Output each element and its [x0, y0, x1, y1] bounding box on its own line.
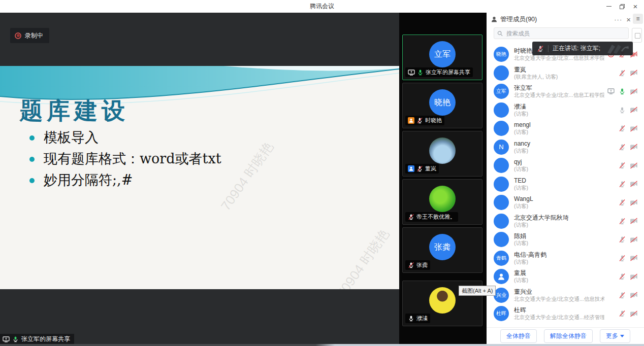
- screenshot-tooltip: 截图(Alt + A): [459, 286, 496, 296]
- mic-muted-icon[interactable]: [619, 70, 626, 77]
- member-row[interactable]: 童晨(访客): [487, 267, 644, 286]
- member-avatar: 兴业: [494, 288, 509, 303]
- member-row[interactable]: TED(访客): [487, 175, 644, 194]
- member-info: 董兴业北京交通大学企业/北京交通...信息技术学院: [514, 288, 604, 302]
- member-role: (访客): [514, 185, 604, 191]
- window-controls: ×: [602, 0, 642, 13]
- member-avatar: [494, 102, 509, 118]
- video-tile[interactable]: 立军张立军的屏幕共享: [402, 34, 482, 80]
- speaking-toast-text: 正在讲话: 张立军;: [553, 44, 600, 53]
- search-input[interactable]: [505, 30, 625, 37]
- panel-more-button[interactable]: ···: [614, 16, 622, 23]
- participant-avatar: 张龚: [429, 234, 456, 260]
- mic-muted-icon[interactable]: [619, 144, 626, 151]
- mic-muted-icon[interactable]: [619, 218, 626, 225]
- camera-muted-icon[interactable]: [630, 236, 638, 243]
- member-panel: 管理成员(90) ··· × ≡ 晓艳时晓艳(主持人, 我)北京交通大学企业/北…: [487, 13, 644, 344]
- camera-muted-icon[interactable]: [630, 273, 638, 280]
- mic-muted-icon: [408, 262, 414, 268]
- member-info: 陈娟(访客): [514, 232, 604, 247]
- participant-avatar: [429, 137, 456, 164]
- camera-muted-icon[interactable]: [630, 70, 638, 76]
- member-role: (访客): [514, 240, 604, 247]
- participant-name: 濮溱: [416, 315, 428, 322]
- member-status-icons: [619, 230, 638, 249]
- minimize-button[interactable]: [602, 0, 616, 13]
- member-row[interactable]: 北京交通大学阮秋琦(访客): [487, 212, 644, 231]
- camera-muted-icon[interactable]: [630, 88, 638, 95]
- mic-on-icon: [12, 336, 19, 342]
- mic-on-icon[interactable]: [619, 107, 626, 114]
- member-role: (访客): [514, 259, 604, 265]
- mic-muted-icon[interactable]: [619, 236, 626, 243]
- camera-muted-icon[interactable]: [630, 255, 638, 261]
- panel-side-button[interactable]: [632, 28, 642, 43]
- mic-muted-icon: [408, 214, 414, 220]
- camera-muted-icon[interactable]: [630, 162, 638, 169]
- member-row[interactable]: 陈娟(访客): [487, 230, 644, 249]
- member-role: 北京交通大学企业/北京...信息技术学院: [514, 55, 604, 61]
- camera-muted-icon[interactable]: [630, 181, 638, 187]
- window-title: 腾讯会议: [0, 0, 644, 13]
- restore-button[interactable]: [616, 0, 629, 13]
- member-row[interactable]: 杜晖杜晖北京交通大学企业/北京交通...经济管理学院: [487, 304, 644, 323]
- main-area: 录制中 题库建设 模板导入 现有题库格式：wo: [0, 13, 644, 344]
- camera-muted-icon[interactable]: [630, 310, 638, 317]
- mic-muted-icon[interactable]: [619, 181, 626, 188]
- slide-bullet-list: 模板导入 现有题库格式：word或者txt 妙用分隔符;,#: [26, 130, 221, 194]
- member-status-icons: [619, 101, 638, 120]
- member-name: 杜晖: [514, 306, 604, 314]
- more-button[interactable]: 更多: [600, 329, 630, 343]
- member-status-icons: [619, 119, 638, 138]
- member-row[interactable]: 董岚(联席主持人, 访客): [487, 64, 644, 83]
- mic-muted-icon[interactable]: [619, 199, 626, 206]
- camera-muted-icon[interactable]: [630, 292, 638, 298]
- mic-muted-icon[interactable]: [619, 255, 626, 262]
- panel-menu-button[interactable]: ≡: [633, 14, 643, 24]
- member-row[interactable]: 青鹤电信-高青鹤(访客): [487, 249, 644, 268]
- member-status-icons: [607, 82, 638, 101]
- member-row[interactable]: 濮溱(访客): [487, 101, 644, 120]
- member-row[interactable]: qyj(访客): [487, 156, 644, 175]
- participant-name-badge: 濮溱: [405, 314, 430, 323]
- member-row[interactable]: WangL(访客): [487, 193, 644, 212]
- camera-muted-icon[interactable]: [630, 218, 638, 224]
- participant-avatar: [429, 287, 456, 314]
- mic-on-icon[interactable]: [619, 88, 626, 95]
- member-panel-header: 管理成员(90) ··· × ≡: [487, 13, 644, 26]
- member-row[interactable]: 兴业董兴业北京交通大学企业/北京交通...信息技术学院: [487, 286, 644, 305]
- member-status-icons: [619, 304, 638, 323]
- recording-icon: [15, 32, 21, 39]
- unmute-all-button[interactable]: 解除全体静音: [544, 329, 593, 343]
- mic-muted-icon[interactable]: [619, 273, 626, 280]
- mic-muted-icon[interactable]: [619, 310, 626, 317]
- shared-screen-view: 录制中 题库建设 模板导入 现有题库格式：wo: [0, 13, 399, 344]
- video-tile[interactable]: 晓艳时晓艳: [402, 83, 482, 128]
- close-button[interactable]: ×: [629, 0, 642, 13]
- participant-name-badge: 帝王不败优雅。: [405, 212, 458, 222]
- video-tile[interactable]: 董岚: [402, 131, 482, 177]
- video-tile[interactable]: 帝王不败优雅。: [402, 179, 482, 225]
- member-row[interactable]: mengl(访客): [487, 119, 644, 138]
- member-status-icons: [619, 175, 638, 194]
- member-row[interactable]: Nnancy(访客): [487, 138, 644, 157]
- camera-muted-icon[interactable]: [630, 125, 638, 132]
- member-role: (访客): [514, 111, 604, 117]
- member-avatar: [494, 65, 509, 81]
- panel-close-button[interactable]: ×: [626, 15, 631, 24]
- camera-muted-icon[interactable]: [630, 199, 638, 206]
- camera-muted-icon[interactable]: [630, 107, 638, 113]
- video-tile[interactable]: 张龚张龚: [402, 227, 482, 273]
- member-search[interactable]: [494, 27, 629, 39]
- mic-muted-icon[interactable]: [619, 162, 626, 169]
- slide-watermark: 70904 时晓艳: [217, 139, 277, 214]
- camera-muted-icon[interactable]: [630, 144, 638, 150]
- screen-share-icon: [408, 70, 415, 76]
- member-name: 濮溱: [514, 103, 604, 111]
- mute-all-button[interactable]: 全体静音: [500, 329, 537, 343]
- member-avatar: 杜晖: [494, 306, 509, 321]
- member-row[interactable]: 立军张立军北京交通大学企业/北京...信息工程学院: [487, 82, 644, 101]
- mic-muted-icon[interactable]: [619, 292, 626, 299]
- member-role: 北京交通大学企业/北京交通...经济管理学院: [514, 314, 604, 321]
- mic-muted-icon[interactable]: [619, 125, 626, 132]
